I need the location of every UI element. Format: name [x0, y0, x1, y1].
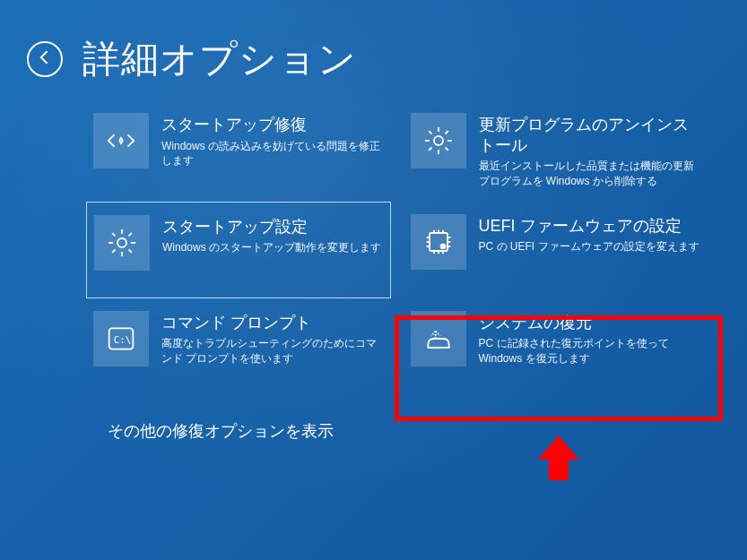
- tile-desc: 高度なトラブルシューティングのためにコマンド プロンプトを使います: [161, 336, 384, 366]
- terminal-icon: C:\: [93, 311, 149, 366]
- tile-title: UEFI ファームウェアの設定: [479, 216, 701, 237]
- svg-point-0: [434, 136, 443, 145]
- gear-icon: [411, 113, 466, 168]
- tile-desc: Windows のスタートアップ動作を変更します: [162, 240, 383, 255]
- svg-text:C:\: C:\: [114, 334, 132, 346]
- tile-desc: Windows の読み込みを妨げている問題を修正します: [161, 139, 384, 169]
- options-grid: スタートアップ修復 Windows の読み込みを妨げている問題を修正します 更新…: [0, 93, 747, 395]
- gear-icon: [94, 215, 150, 271]
- tile-title: スタートアップ修復: [161, 115, 384, 135]
- more-recovery-options-link[interactable]: その他の修復オプションを表示: [0, 395, 334, 442]
- tile-title: システムの復元: [479, 313, 701, 333]
- tile-title: コマンド プロンプト: [161, 313, 384, 333]
- code-icon: [93, 113, 149, 168]
- svg-point-3: [439, 243, 446, 249]
- page-title: 詳細オプション: [83, 34, 357, 84]
- header: 詳細オプション: [0, 0, 747, 93]
- restore-icon: [411, 311, 466, 366]
- tile-startup-settings[interactable]: スタートアップ設定 Windows のスタートアップ動作を変更します: [86, 202, 391, 298]
- tile-desc: PC に記録された復元ポイントを使って Windows を復元します: [479, 336, 701, 366]
- tile-desc: 最近インストールした品質または機能の更新プログラムを Windows から削除す…: [479, 159, 701, 189]
- annotation-arrow-icon: [527, 428, 590, 495]
- tile-startup-repair[interactable]: スタートアップ修復 Windows の読み込みを妨げている問題を修正します: [86, 100, 391, 202]
- tile-uefi-firmware[interactable]: UEFI ファームウェアの設定 PC の UEFI ファームウェアの設定を変えま…: [404, 202, 708, 298]
- tile-desc: PC の UEFI ファームウェアの設定を変えます: [479, 239, 701, 254]
- svg-point-1: [117, 238, 126, 247]
- chip-icon: [411, 214, 466, 270]
- tile-title: スタートアップ設定: [162, 217, 383, 237]
- tile-command-prompt[interactable]: C:\ コマンド プロンプト 高度なトラブルシューティングのためにコマンド プロ…: [86, 298, 391, 395]
- tile-system-restore[interactable]: システムの復元 PC に記録された復元ポイントを使って Windows を復元し…: [404, 298, 708, 395]
- tile-title: 更新プログラムのアンインストール: [479, 115, 701, 155]
- back-button[interactable]: [27, 41, 63, 77]
- back-arrow-icon: [36, 48, 54, 70]
- tile-uninstall-updates[interactable]: 更新プログラムのアンインストール 最近インストールした品質または機能の更新プログ…: [404, 100, 708, 202]
